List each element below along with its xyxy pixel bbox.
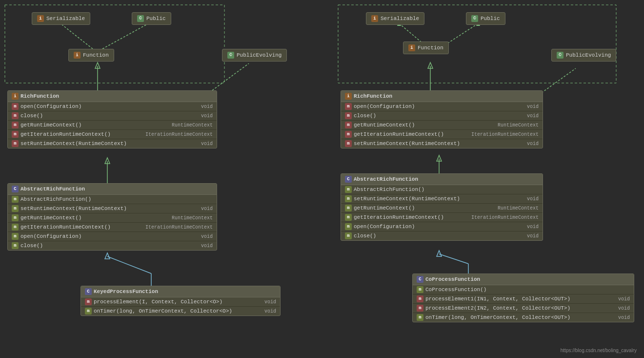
- method-ret: void: [527, 224, 539, 230]
- vis-icon: m: [345, 223, 352, 230]
- vis-icon: m: [417, 286, 423, 293]
- method-name: setRuntimeContext(RuntimeContext): [354, 141, 460, 147]
- vis-icon: m: [12, 233, 19, 240]
- left-kpf-row1: m processElement(I, Context, Collector<O…: [81, 297, 280, 307]
- svg-marker-8: [105, 158, 110, 164]
- method-name: close(): [20, 243, 43, 249]
- method-ret: void: [264, 299, 276, 305]
- right-coprocessfunction-box: C CoProcessFunction m CoProcessFunction(…: [412, 274, 634, 322]
- right-public-label: Public: [481, 16, 500, 21]
- method-name: setRuntimeContext(RuntimeContext): [20, 141, 127, 147]
- method-name: close(): [354, 233, 376, 239]
- method-name: processElement1(IN1, Context, Collector<…: [425, 296, 570, 302]
- left-rf-row2: m close() void: [8, 111, 217, 121]
- method-name: open(Configuration): [354, 224, 415, 230]
- serializable-label: Serializable: [46, 16, 85, 21]
- right-function-label: Function: [418, 45, 443, 51]
- svg-marker-17: [428, 63, 433, 68]
- method-name: CoProcessFunction(): [425, 287, 486, 293]
- vis-icon: m: [12, 103, 19, 110]
- url-label: https://blog.csdn.net/boling_cavalry: [561, 348, 637, 353]
- vis-icon: m: [12, 214, 19, 221]
- left-abstractrichfunction-box: C AbstractRichFunction m AbstractRichFun…: [7, 183, 217, 251]
- left-arf-row3: m getRuntimeContext() RuntimeContext: [8, 213, 217, 223]
- method-ret: void: [264, 309, 276, 314]
- svg-marker-20: [437, 155, 442, 161]
- method-ret: IterationRuntimeContext: [471, 215, 539, 220]
- left-arf-row5: m open(Configuration) void: [8, 232, 217, 241]
- right-publicevolving-badge: ©: [557, 52, 564, 59]
- svg-marker-5: [95, 63, 100, 68]
- svg-line-18: [542, 68, 576, 93]
- right-publicevolving-box: © PublicEvolving: [551, 49, 616, 62]
- method-ret: void: [618, 315, 630, 320]
- left-publicevolving-box: © PublicEvolving: [222, 49, 287, 62]
- left-arf-row2: m setRuntimeContext(RuntimeContext) void: [8, 204, 217, 213]
- method-name: onTimer(long, OnTimerContext, Collector<…: [425, 315, 570, 320]
- method-ret: void: [527, 141, 539, 147]
- right-arf-row5: m open(Configuration) void: [341, 222, 543, 232]
- svg-marker-11: [105, 253, 110, 259]
- vis-icon: m: [12, 112, 19, 119]
- left-function-box: i Function: [68, 49, 114, 62]
- public-label: Public: [146, 16, 166, 21]
- method-ret: void: [618, 296, 630, 302]
- vis-icon: m: [345, 112, 352, 119]
- svg-line-22: [439, 254, 468, 264]
- method-ret: void: [201, 113, 213, 119]
- right-serializable-box: i Serializable: [366, 12, 424, 25]
- method-ret: void: [201, 243, 213, 249]
- vis-icon: m: [12, 131, 19, 138]
- right-rf-badge: i: [345, 93, 352, 100]
- right-rf-title: RichFunction: [354, 93, 392, 99]
- left-richfunction-box: i RichFunction m open(Configuration) voi…: [7, 90, 217, 148]
- vis-icon: m: [345, 131, 352, 138]
- method-ret: void: [527, 113, 539, 119]
- vis-icon: m: [12, 242, 19, 249]
- method-ret: IterationRuntimeContext: [145, 132, 213, 137]
- left-kpf-header: C KeyedProcessFunction: [81, 286, 280, 297]
- method-name: processElement2(IN2, Context, Collector<…: [425, 305, 570, 311]
- method-name: close(): [20, 113, 43, 119]
- right-arf-row3: m getRuntimeContext() RuntimeContext: [341, 204, 543, 213]
- vis-icon: m: [345, 122, 352, 128]
- method-name: setRuntimeContext(RuntimeContext): [20, 206, 127, 211]
- vis-icon: m: [85, 298, 92, 305]
- method-name: open(Configuration): [354, 104, 415, 109]
- right-cpf-row3: m processElement2(IN2, Context, Collecto…: [413, 304, 634, 313]
- method-ret: RuntimeContext: [172, 123, 213, 128]
- method-name: getRuntimeContext(): [354, 122, 415, 128]
- left-arf-row6: m close() void: [8, 241, 217, 250]
- method-ret: void: [201, 141, 213, 147]
- right-cpf-badge: C: [417, 276, 423, 283]
- right-arf-row1: m AbstractRichFunction(): [341, 185, 543, 194]
- svg-line-2: [102, 22, 151, 49]
- right-serializable-label: Serializable: [381, 16, 419, 21]
- vis-icon: m: [12, 196, 19, 203]
- method-ret: void: [527, 104, 539, 109]
- serializable-badge: i: [37, 15, 44, 22]
- vis-icon: m: [12, 224, 19, 231]
- kpf-badge: C: [85, 288, 92, 295]
- right-public-box: © Public: [466, 12, 505, 25]
- method-name: open(Configuration): [20, 104, 81, 109]
- method-name: getRuntimeContext(): [354, 205, 415, 211]
- method-name: getIterationRuntimeContext(): [354, 214, 444, 220]
- left-richfunction-header: i RichFunction: [8, 91, 217, 102]
- vis-icon: m: [85, 308, 92, 315]
- right-richfunction-box: i RichFunction m open(Configuration) voi…: [341, 90, 543, 148]
- method-name: AbstractRichFunction(): [20, 196, 91, 202]
- vis-icon: m: [345, 103, 352, 110]
- svg-line-6: [212, 63, 249, 90]
- right-arf-row2: m setRuntimeContext(RuntimeContext) void: [341, 194, 543, 204]
- right-abstractrichfunction-box: C AbstractRichFunction m AbstractRichFun…: [341, 173, 543, 241]
- left-public-box: © Public: [132, 12, 171, 25]
- vis-icon: m: [417, 314, 423, 321]
- left-rf-row1: m open(Configuration) void: [8, 102, 217, 111]
- diagram-container: i Serializable © Public i Function © Pub…: [0, 0, 644, 358]
- svg-line-0: [59, 22, 93, 49]
- left-rf-row3: m getRuntimeContext() RuntimeContext: [8, 121, 217, 130]
- method-ret: void: [201, 104, 213, 109]
- publicevolving-badge-left: ©: [227, 52, 234, 59]
- vis-icon: m: [345, 195, 352, 202]
